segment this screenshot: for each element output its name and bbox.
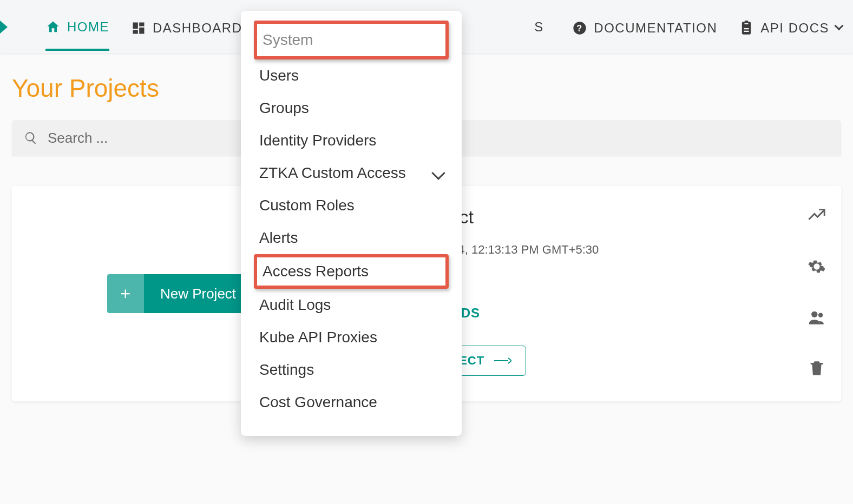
svg-rect-0 xyxy=(133,22,138,29)
svg-rect-3 xyxy=(133,30,138,34)
home-icon xyxy=(45,19,61,35)
dropdown-item-settings[interactable]: Settings xyxy=(241,354,462,386)
search-placeholder: Search ... xyxy=(48,130,108,147)
dropdown-item-access-reports[interactable]: Access Reports xyxy=(257,257,445,286)
trash-icon[interactable] xyxy=(808,359,826,377)
svg-point-7 xyxy=(811,311,817,317)
nav-home-label: HOME xyxy=(67,19,109,35)
nav-hidden-item-fragment: S xyxy=(534,19,544,35)
new-project-button[interactable]: + New Project xyxy=(107,274,252,313)
dashboard-icon xyxy=(131,21,146,36)
gear-icon[interactable] xyxy=(808,257,826,276)
new-project-label: New Project xyxy=(144,274,252,313)
nav-documentation-label: DOCUMENTATION xyxy=(594,21,717,36)
dropdown-item-custom-roles[interactable]: Custom Roles xyxy=(241,189,462,222)
dropdown-item-groups[interactable]: Groups xyxy=(241,92,462,124)
highlight-system: System xyxy=(254,21,449,59)
dropdown-item-identity-providers[interactable]: Identity Providers xyxy=(241,124,462,157)
highlight-access-reports: Access Reports xyxy=(254,254,449,289)
dropdown-item-cost-governance[interactable]: Cost Governance xyxy=(241,386,462,419)
nav-api-docs-label: API DOCS xyxy=(760,21,829,36)
trend-icon[interactable] xyxy=(808,207,826,225)
users-icon[interactable] xyxy=(808,308,826,327)
nav-api-docs[interactable]: API DOCS xyxy=(739,4,842,50)
dropdown-item-ztka-label: ZTKA Custom Access xyxy=(259,164,406,182)
chevron-down-icon xyxy=(431,166,445,180)
chevron-down-icon xyxy=(835,21,844,30)
dropdown-item-users[interactable]: Users xyxy=(241,59,462,92)
clipboard-icon xyxy=(739,21,754,36)
help-icon: ? xyxy=(572,21,587,36)
dropdown-item-alerts[interactable]: Alerts xyxy=(241,222,462,254)
dropdown-section-system: System xyxy=(257,24,445,56)
arrow-right-icon xyxy=(494,357,511,364)
svg-point-8 xyxy=(818,313,823,318)
search-icon xyxy=(24,131,38,145)
nav-home[interactable]: HOME xyxy=(45,3,109,51)
plus-icon: + xyxy=(107,274,144,313)
system-dropdown: System Users Groups Identity Providers Z… xyxy=(241,11,462,436)
logo-fragment xyxy=(0,21,8,34)
nav-documentation[interactable]: ? DOCUMENTATION xyxy=(572,4,717,50)
nav-dashboards-label: DASHBOARDS xyxy=(153,21,252,36)
dropdown-item-audit-logs[interactable]: Audit Logs xyxy=(241,289,462,321)
svg-rect-1 xyxy=(139,22,144,26)
dropdown-item-kube-api-proxies[interactable]: Kube API Proxies xyxy=(241,321,462,354)
svg-text:?: ? xyxy=(576,23,583,32)
svg-rect-2 xyxy=(139,27,144,34)
dropdown-item-ztka[interactable]: ZTKA Custom Access xyxy=(241,157,462,189)
nav-dashboards[interactable]: DASHBOARDS xyxy=(131,4,252,50)
